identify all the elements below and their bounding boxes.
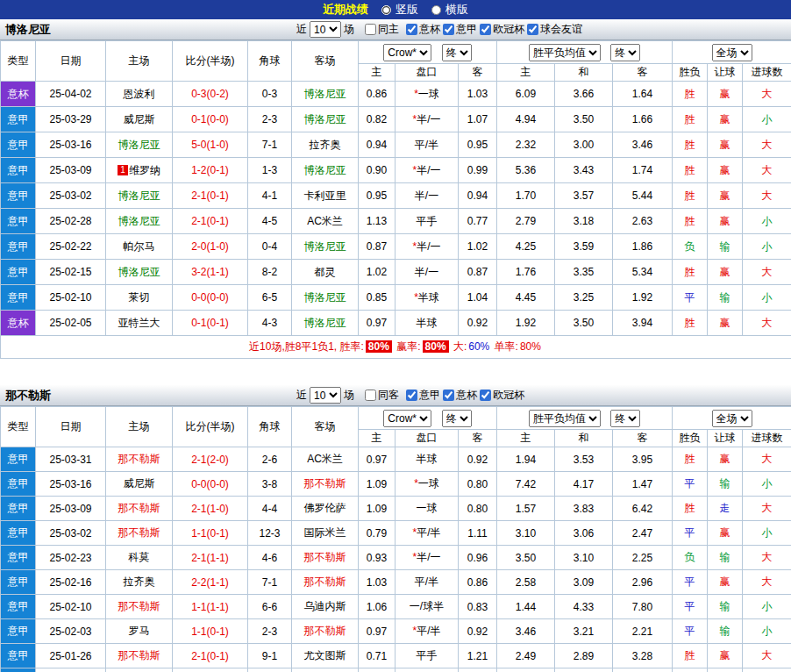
league-checkbox[interactable] — [480, 390, 491, 401]
vertical-layout-radio[interactable] — [381, 5, 391, 15]
cell-score: 0-3(0-2) — [173, 82, 248, 107]
league-filter[interactable]: 欧冠杯 — [479, 22, 524, 37]
team-section: 博洛尼亚 近 10 场 同主 意杯意甲欧冠杯球会友谊 — [0, 19, 791, 359]
cell-home-team: 那不勒斯 — [106, 644, 173, 668]
horizontal-layout-radio[interactable] — [431, 5, 441, 15]
match-row: 意杯25-02-05亚特兰大0-1(0-1)4-3博洛尼亚0.97半球0.921… — [1, 311, 791, 336]
favorite-star: * — [412, 625, 417, 637]
cell-europe-away-odds: 2.25 — [613, 546, 673, 570]
cell-result-handicap: 输 — [708, 285, 743, 311]
cell-away-team: 那不勒斯 — [292, 668, 359, 672]
col-header-date: 日期 — [36, 41, 106, 82]
cell-league-type: 意甲 — [1, 209, 36, 234]
handicap-time-select[interactable]: 终 — [442, 44, 472, 61]
cell-result-outcome: 胜 — [673, 668, 708, 672]
cell-handicap-home-odds: 0.71 — [359, 644, 396, 668]
cell-handicap-home-odds: 0.90 — [359, 158, 396, 183]
league-checkbox[interactable] — [443, 390, 454, 401]
cell-result-handicap: 输 — [708, 472, 743, 497]
cell-handicap-away-odds: 0.87 — [459, 260, 497, 285]
vertical-layout-label[interactable]: 竖版 — [396, 2, 418, 18]
league-checkbox[interactable] — [527, 24, 538, 35]
cell-corner-score: 2-3 — [248, 619, 292, 644]
league-filter[interactable]: 意甲 — [405, 388, 440, 403]
cell-europe-home-odds: 3.10 — [497, 521, 555, 546]
team-name: 那不勒斯 — [0, 388, 296, 404]
cell-date: 25-02-22 — [36, 234, 106, 260]
league-filter[interactable]: 意杯 — [442, 388, 477, 403]
match-row: 意甲25-02-15博洛尼亚3-2(1-1)8-2都灵1.02半/一0.871.… — [1, 260, 791, 285]
cell-result-goals: 大 — [743, 570, 791, 595]
same-venue-filter[interactable]: 同客 — [364, 388, 399, 403]
cell-result-handicap: 赢 — [708, 82, 743, 107]
cell-europe-draw-odds: 3.06 — [555, 521, 613, 546]
cell-result-goals: 小 — [743, 619, 791, 644]
cell-league-type: 意杯 — [1, 311, 36, 336]
cell-handicap-line: 平手 — [396, 644, 459, 668]
league-checkbox[interactable] — [480, 24, 491, 35]
cell-result-outcome: 胜 — [673, 644, 708, 668]
league-checkbox[interactable] — [406, 390, 417, 401]
league-label: 意甲 — [419, 388, 440, 403]
match-row: 意杯25-04-02恩波利0-3(0-2)0-3博洛尼亚0.86*一球1.036… — [1, 82, 791, 107]
cell-europe-home-odds: 5.36 — [497, 158, 555, 183]
cell-result-handicap: 赢 — [708, 570, 743, 595]
cell-away-team: 那不勒斯 — [292, 619, 359, 644]
sub-col-header: 主 — [497, 430, 555, 447]
cell-corner-score: 12-3 — [248, 521, 292, 546]
league-checkbox[interactable] — [406, 24, 417, 35]
cell-date: 25-02-05 — [36, 311, 106, 336]
europe-time-select[interactable]: 终 — [610, 44, 640, 61]
bookmaker-select[interactable]: Crow* — [383, 44, 431, 61]
cell-result-outcome: 平 — [673, 595, 708, 619]
same-venue-checkbox[interactable] — [365, 24, 376, 35]
cell-corner-score: 4-4 — [248, 497, 292, 521]
cell-result-goals: 小 — [743, 595, 791, 619]
league-filter[interactable]: 球会友谊 — [526, 22, 582, 37]
league-filter[interactable]: 欧冠杯 — [479, 388, 524, 403]
cell-home-team: 博洛尼亚 — [106, 132, 173, 158]
handicap-time-select[interactable]: 终 — [442, 410, 472, 427]
cell-europe-home-odds: 1.44 — [497, 595, 555, 619]
cell-league-type: 意甲 — [1, 132, 36, 158]
cell-result-handicap: 赢 — [708, 521, 743, 546]
europe-time-select[interactable]: 终 — [610, 410, 640, 427]
cell-handicap-line: 平/半 — [396, 570, 459, 595]
horizontal-layout-label[interactable]: 横版 — [445, 2, 468, 18]
cell-corner-score: 3-8 — [248, 472, 292, 497]
scope-select[interactable]: 全场 — [712, 410, 752, 427]
same-venue-checkbox[interactable] — [365, 390, 376, 401]
favorite-star: * — [414, 88, 418, 100]
league-filter[interactable]: 意甲 — [442, 22, 477, 37]
cell-europe-home-odds: 2.58 — [497, 570, 555, 595]
cell-europe-away-odds: 5.34 — [613, 260, 673, 285]
cell-home-team: 科莫 — [106, 546, 173, 570]
cell-away-team: AC米兰 — [292, 209, 359, 234]
match-row: 意甲25-01-19亚特兰大2-3(1-2)3-1那不勒斯0.90平/半0.99… — [1, 668, 791, 672]
europe-odds-header: 胜平负均值 终 — [497, 41, 673, 64]
section-header: 博洛尼亚 近 10 场 同主 意杯意甲欧冠杯球会友谊 — [0, 19, 791, 40]
cell-away-team: 博洛尼亚 — [292, 311, 359, 336]
sub-col-header: 让球 — [708, 64, 743, 82]
cell-away-team: 那不勒斯 — [292, 546, 359, 570]
cell-home-team: 恩波利 — [106, 82, 173, 107]
match-count-select[interactable]: 10 — [310, 21, 341, 38]
league-checkbox[interactable] — [443, 24, 454, 35]
sub-col-header: 盘口 — [396, 430, 459, 447]
league-filter[interactable]: 意杯 — [405, 22, 440, 37]
match-count-select[interactable]: 10 — [310, 387, 341, 404]
cell-europe-away-odds: 1.92 — [613, 285, 673, 311]
cell-result-handicap: 赢 — [708, 447, 743, 472]
cell-score: 1-1(0-1) — [173, 521, 248, 546]
europe-odds-select[interactable]: 胜平负均值 — [529, 410, 601, 427]
europe-odds-select[interactable]: 胜平负均值 — [529, 44, 601, 61]
cell-league-type: 意甲 — [1, 668, 36, 672]
cell-league-type: 意甲 — [1, 107, 36, 132]
bookmaker-select[interactable]: Crow* — [383, 410, 431, 427]
scope-select[interactable]: 全场 — [712, 44, 752, 61]
same-venue-filter[interactable]: 同主 — [364, 22, 399, 37]
cell-europe-home-odds: 1.76 — [497, 260, 555, 285]
cell-europe-away-odds: 3.94 — [613, 311, 673, 336]
cell-handicap-line: 一球 — [396, 497, 459, 521]
cell-europe-home-odds: 1.57 — [497, 497, 555, 521]
